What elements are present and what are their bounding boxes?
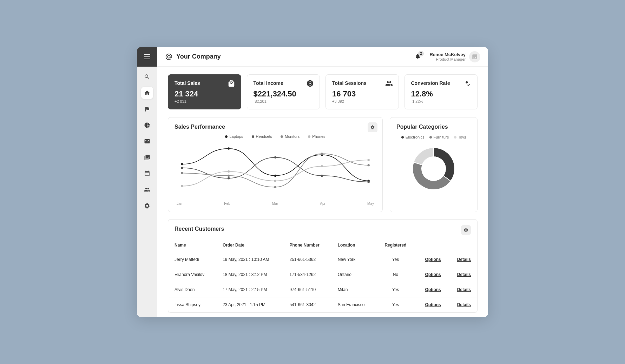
avatar[interactable] bbox=[469, 51, 480, 62]
at-icon bbox=[165, 53, 173, 61]
svg-point-10 bbox=[274, 156, 276, 159]
kpi-card[interactable]: Conversion Rate 12.8% -1.22% bbox=[404, 74, 478, 109]
cell-name: Lissa Shipsey bbox=[168, 297, 216, 312]
cell-registered: Yes bbox=[376, 252, 415, 267]
svg-point-14 bbox=[228, 175, 230, 177]
details-link[interactable]: Details bbox=[457, 302, 471, 307]
svg-point-3 bbox=[181, 163, 183, 165]
chart-legend: ElectronicsFurnitureToys bbox=[396, 135, 471, 139]
cell-location: New York bbox=[331, 252, 376, 267]
options-link[interactable]: Options bbox=[425, 272, 441, 277]
table-row: Lissa Shipsey 23 Apr, 2021 : 1:15 PM 541… bbox=[168, 297, 477, 312]
sidebar-item-calendar[interactable] bbox=[141, 168, 153, 180]
pie-icon bbox=[144, 122, 150, 128]
options-link[interactable]: Options bbox=[425, 257, 441, 262]
svg-point-4 bbox=[228, 147, 230, 149]
legend-item: Laptops bbox=[225, 134, 243, 139]
line-chart bbox=[175, 141, 376, 200]
kpi-delta: +3 392 bbox=[332, 99, 392, 103]
legend-item: Toys bbox=[454, 135, 466, 139]
details-link[interactable]: Details bbox=[457, 257, 471, 262]
svg-point-16 bbox=[321, 153, 323, 155]
calendar-icon bbox=[144, 170, 150, 177]
table-row: Elianora Vasilov 18 May, 2021 : 3:12 PM … bbox=[168, 267, 477, 282]
kpi-delta: -$2,201 bbox=[254, 99, 314, 103]
details-link[interactable]: Details bbox=[457, 272, 471, 277]
cell-phone: 251-661-5362 bbox=[283, 252, 331, 267]
details-link[interactable]: Details bbox=[457, 287, 471, 292]
dollar-icon bbox=[306, 80, 314, 89]
table-row: Jerry Mattedi 19 May, 2021 : 10:10 AM 25… bbox=[168, 252, 477, 267]
options-link[interactable]: Options bbox=[425, 287, 441, 292]
kpi-card[interactable]: Total Income $221,324.50 -$2,201 bbox=[247, 74, 320, 109]
sidebar-item-settings[interactable] bbox=[141, 200, 153, 212]
card-settings-button[interactable] bbox=[461, 225, 471, 235]
svg-point-12 bbox=[367, 181, 369, 183]
sidebar-item-images[interactable] bbox=[141, 151, 153, 163]
card-title: Recent Customers bbox=[168, 226, 477, 232]
bag-icon bbox=[228, 80, 235, 89]
kpi-title: Conversion Rate bbox=[411, 80, 471, 86]
app-window: Your Company 2 Renee McKelvey Product Ma… bbox=[137, 47, 488, 317]
kpi-card[interactable]: Total Sessions 16 703 +3 392 bbox=[325, 74, 399, 109]
notification-badge: 2 bbox=[418, 51, 424, 56]
legend-item: Electronics bbox=[401, 135, 425, 139]
cell-phone: 974-661-5110 bbox=[283, 282, 331, 297]
xaxis-label: Feb bbox=[224, 202, 230, 205]
card-title: Sales Performance bbox=[175, 124, 376, 130]
sidebar-item-home[interactable] bbox=[141, 87, 153, 99]
options-link[interactable]: Options bbox=[425, 302, 441, 307]
sidebar-item-flag[interactable] bbox=[141, 103, 153, 115]
topbar: Your Company 2 Renee McKelvey Product Ma… bbox=[157, 47, 488, 67]
svg-point-21 bbox=[321, 165, 323, 167]
table-header: Name bbox=[168, 238, 216, 252]
check-icon bbox=[464, 80, 472, 89]
customers-table: NameOrder DatePhone NumberLocationRegist… bbox=[168, 238, 477, 312]
sidebar-item-search[interactable] bbox=[141, 71, 153, 83]
card-title: Popular Categories bbox=[396, 124, 471, 130]
kpi-title: Total Sessions bbox=[332, 80, 392, 86]
menu-toggle-button[interactable] bbox=[137, 47, 157, 67]
sidebar-item-analytics[interactable] bbox=[141, 119, 153, 131]
brand-name: Your Company bbox=[176, 53, 221, 60]
cell-location: Ontario bbox=[331, 267, 376, 282]
legend-item: Furniture bbox=[429, 135, 449, 139]
cell-date: 18 May, 2021 : 3:12 PM bbox=[216, 267, 283, 282]
table-header: Registered bbox=[376, 238, 415, 252]
card-settings-button[interactable] bbox=[368, 122, 377, 132]
cell-date: 17 May, 2021 : 2:15 PM bbox=[216, 282, 283, 297]
cell-registered: Yes bbox=[376, 297, 415, 312]
svg-point-11 bbox=[321, 175, 323, 177]
svg-point-19 bbox=[228, 170, 230, 173]
sidebar-item-mail[interactable] bbox=[141, 135, 153, 147]
kpi-delta: +2 031 bbox=[175, 99, 235, 103]
xaxis-label: Apr bbox=[320, 202, 325, 205]
people-icon bbox=[385, 80, 393, 89]
content: Total Sales 21 324 +2 031Total Income $2… bbox=[157, 67, 488, 317]
svg-point-8 bbox=[181, 167, 183, 169]
avatar-icon bbox=[472, 54, 478, 60]
user-name: Renee McKelvey bbox=[429, 52, 466, 57]
table-header: Order Date bbox=[216, 238, 283, 252]
cell-location: Milan bbox=[331, 282, 376, 297]
svg-point-17 bbox=[367, 164, 369, 166]
flag-icon bbox=[144, 106, 150, 112]
chart-xaxis: JanFebMarAprMay bbox=[175, 202, 376, 205]
svg-point-13 bbox=[181, 172, 183, 174]
chart-legend: LaptopsHeadsetsMonitorsPhones bbox=[175, 134, 376, 139]
cell-date: 23 Apr, 2021 : 1:15 PM bbox=[216, 297, 283, 312]
svg-rect-0 bbox=[144, 54, 150, 55]
table-row: Alvis Daen 17 May, 2021 : 2:15 PM 974-66… bbox=[168, 282, 477, 297]
user-info: Renee McKelvey Product Manager bbox=[429, 52, 466, 61]
main-area: Your Company 2 Renee McKelvey Product Ma… bbox=[157, 47, 488, 317]
notifications-button[interactable]: 2 bbox=[415, 53, 421, 61]
sidebar-item-users[interactable] bbox=[141, 184, 153, 196]
cell-name: Alvis Daen bbox=[168, 282, 216, 297]
kpi-card[interactable]: Total Sales 21 324 +2 031 bbox=[168, 74, 241, 109]
gear-icon bbox=[463, 228, 468, 232]
cell-name: Jerry Mattedi bbox=[168, 252, 216, 267]
table-header-row: NameOrder DatePhone NumberLocationRegist… bbox=[168, 238, 477, 252]
kpi-value: 16 703 bbox=[332, 89, 392, 99]
svg-point-20 bbox=[274, 180, 276, 182]
legend-item: Phones bbox=[308, 134, 325, 139]
